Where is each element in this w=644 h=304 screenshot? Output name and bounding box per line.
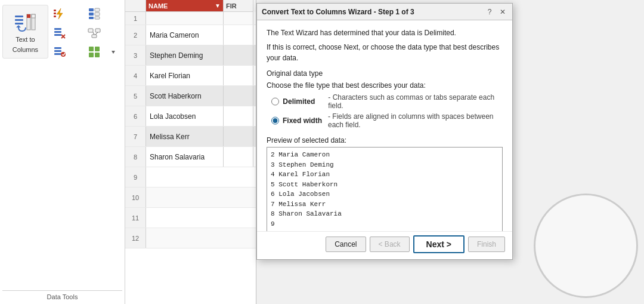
radio-fixed[interactable] (271, 116, 279, 125)
text-to-columns-label: Text to (16, 36, 35, 44)
col-fir-header: FIR (224, 0, 253, 12)
svg-rect-1 (15, 19, 23, 21)
column-headers: NAME ▼ FIR (125, 0, 256, 12)
svg-rect-20 (54, 34, 61, 36)
svg-rect-28 (54, 47, 61, 49)
svg-rect-19 (54, 31, 61, 33)
svg-rect-23 (88, 29, 93, 32)
cell-name[interactable]: Stephen Deming (146, 45, 224, 65)
cancel-button[interactable]: Cancel (326, 237, 366, 252)
svg-marker-38 (112, 51, 115, 54)
row-number: 9 (125, 167, 146, 187)
svg-rect-0 (15, 16, 23, 17)
table-row: 4 Karel Florian (125, 66, 256, 86)
next-button[interactable]: Next > (413, 235, 465, 253)
svg-rect-24 (95, 29, 100, 32)
svg-rect-9 (54, 10, 56, 11)
svg-rect-15 (95, 13, 100, 16)
preview-line: 4 Karel Florian (271, 170, 499, 180)
finish-button[interactable]: Finish (468, 237, 505, 252)
cell-name[interactable]: Maria Cameron (146, 25, 224, 45)
radio-delimited-desc: - Characters such as commas or tabs sepa… (328, 93, 503, 110)
row-num-header (125, 0, 146, 12)
row-number: 4 (125, 66, 146, 85)
empty-row: 10 (125, 188, 256, 208)
wizard-titlebar: Convert Text to Columns Wizard - Step 1 … (257, 4, 512, 20)
svg-rect-11 (54, 16, 56, 17)
svg-rect-6 (27, 14, 30, 18)
table-row: 8 Sharon Salavaria (125, 147, 256, 167)
data-validation-icon[interactable] (51, 44, 69, 60)
svg-marker-3 (16, 25, 21, 27)
cell-name[interactable]: Karel Florian (146, 66, 224, 85)
text-to-columns-button[interactable]: Text to Columns (2, 5, 48, 59)
cell-name[interactable]: Melissa Kerr (146, 127, 224, 146)
fir-col-label: FIR (226, 2, 237, 10)
back-button[interactable]: < Back (370, 237, 410, 252)
radio-delimited-row: Delimited - Characters such as commas or… (271, 93, 503, 110)
svg-marker-8 (57, 8, 63, 19)
row-number: 6 (125, 106, 146, 126)
svg-rect-18 (54, 28, 61, 30)
preview-box: 2 Maria Cameron 3 Stephen Deming 4 Karel… (267, 147, 503, 231)
wizard-desc-line1: The Text Wizard has determined that your… (267, 27, 503, 38)
radio-group: Delimited - Characters such as commas or… (271, 93, 503, 129)
cell-name[interactable]: Sharon Salavaria (146, 147, 224, 167)
wizard-dialog: Convert Text to Columns Wizard - Step 1 … (256, 3, 513, 260)
cell-fir (224, 106, 253, 126)
cell-name[interactable]: Scott Haberkorn (146, 86, 224, 106)
cell-name[interactable]: Lola Jacobsen (146, 106, 224, 126)
spreadsheet: NAME ▼ FIR 1 2 Maria Cameron 3 Stephen D… (125, 0, 256, 304)
text-to-columns-label2: Columns (13, 46, 38, 54)
close-icon-button[interactable]: ✕ (498, 7, 507, 17)
preview-line: 7 Melissa Kerr (271, 199, 499, 210)
consolidate-icon[interactable] (85, 44, 103, 60)
cell-name (146, 12, 224, 24)
row-number: 11 (125, 208, 146, 228)
circle-highlight (534, 194, 638, 298)
svg-rect-2 (15, 23, 23, 24)
wizard-choose-label: Choose the file type that best describes… (267, 81, 503, 90)
col-name-header: NAME ▼ (146, 0, 224, 12)
preview-line: 9 (271, 219, 499, 229)
unpivot-icon[interactable] (85, 5, 103, 22)
empty-row: 11 (125, 208, 256, 228)
text-to-columns-icon (14, 11, 36, 33)
empty-row: 9 (125, 167, 256, 188)
row-number: 12 (125, 228, 146, 248)
name-col-dropdown[interactable]: ▼ (215, 2, 221, 9)
row-number: 3 (125, 45, 146, 65)
svg-rect-10 (54, 13, 56, 14)
svg-rect-16 (89, 17, 94, 19)
svg-rect-7 (32, 14, 35, 18)
svg-point-31 (61, 52, 66, 57)
empty-cell (146, 188, 253, 207)
svg-rect-12 (89, 8, 94, 11)
remove-duplicates-icon[interactable] (51, 24, 69, 41)
cell-fir (224, 66, 253, 85)
preview-line: 3 Stephen Deming (271, 160, 499, 170)
dropdown-arrow[interactable] (104, 44, 122, 60)
wizard-footer: Cancel < Back Next > Finish (257, 231, 512, 259)
name-col-label: NAME (148, 2, 168, 10)
radio-delimited[interactable] (271, 97, 279, 106)
relationships-icon[interactable] (85, 24, 103, 41)
empty-cell (146, 208, 253, 228)
table-row: 6 Lola Jacobsen (125, 106, 256, 127)
preview-line: 5 Scott Haberkorn (271, 180, 499, 190)
svg-line-26 (93, 32, 94, 35)
svg-rect-13 (95, 8, 100, 11)
help-icon-button[interactable]: ? (485, 7, 494, 17)
row-number: 1 (125, 12, 146, 24)
wizard-desc-line2: If this is correct, choose Next, or choo… (267, 42, 503, 63)
wizard-section-title: Original data type (267, 69, 503, 78)
empty-row: 12 (125, 228, 256, 248)
svg-rect-30 (54, 53, 61, 55)
ribbon-small-icons (51, 5, 122, 61)
cell-fir (224, 127, 253, 146)
wizard-body: The Text Wizard has determined that your… (257, 20, 512, 231)
flash-fill-icon[interactable] (51, 5, 69, 22)
ribbon-panel: Text to Columns (0, 0, 125, 304)
radio-fixed-desc: - Fields are aligned in columns with spa… (328, 112, 503, 129)
row-number: 10 (125, 188, 146, 207)
